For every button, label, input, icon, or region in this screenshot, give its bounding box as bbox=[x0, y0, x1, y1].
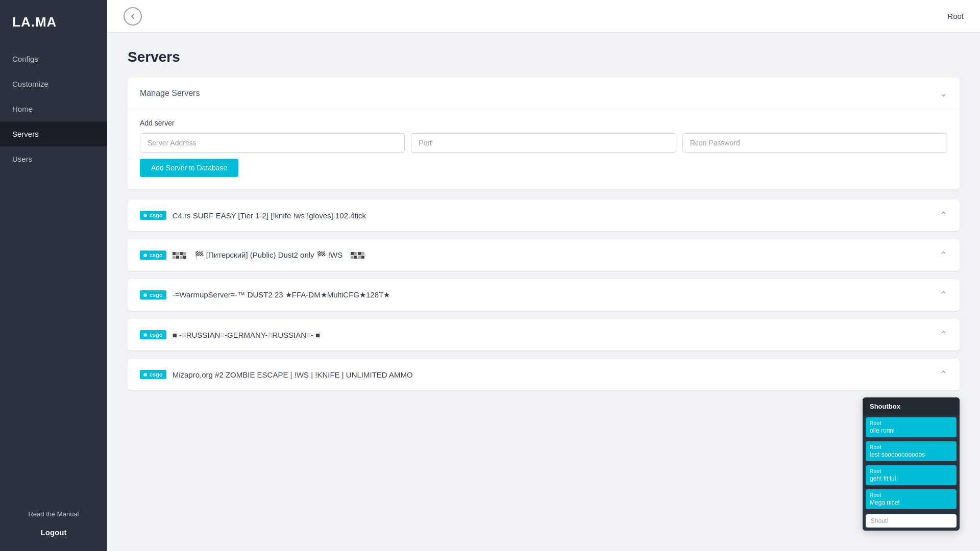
flag-icon-2 bbox=[173, 252, 186, 259]
server-name-4: ■ -=RUSSIAN=-GERMANY-=RUSSIAN=- ■ bbox=[173, 331, 320, 339]
server-name-2: 🏁 [Питерский] (Public) Dust2 only 🏁 !WS bbox=[194, 251, 343, 260]
server-info-1: csgo C4.rs SURF EASY [Tier 1-2] [!knife … bbox=[140, 211, 366, 220]
shoutbox-msg-user-0: Root bbox=[870, 420, 952, 426]
badge-dot-2 bbox=[143, 254, 147, 257]
shoutbox-msg-text-1: test sooooooooooos bbox=[870, 451, 952, 458]
csgo-badge-1: csgo bbox=[140, 211, 166, 220]
csgo-badge-3: csgo bbox=[140, 290, 166, 299]
sidebar-nav: Configs Customize Home Servers Users bbox=[0, 46, 107, 500]
server-card-5: csgo Mizapro.org #2 ZOMBIE ESCAPE | !WS … bbox=[128, 359, 960, 390]
content-area: Servers Manage Servers ⌄ Add server Add … bbox=[107, 33, 980, 551]
shoutbox-msg-text-3: Mega nice! bbox=[870, 499, 952, 506]
server-info-3: csgo -=WarmupServer=-™ DUST2 23 ★FFA-DM★… bbox=[140, 290, 390, 299]
chevron-up-icon-5: ⌃ bbox=[940, 369, 947, 380]
shoutbox-msg-user-2: Root bbox=[870, 468, 952, 474]
shoutbox-header: Shoutbox bbox=[863, 397, 960, 415]
manage-servers-card: Manage Servers ⌄ Add server Add Server t… bbox=[128, 78, 960, 189]
app-logo: LA.MA bbox=[0, 0, 107, 46]
server-card-header-3[interactable]: csgo -=WarmupServer=-™ DUST2 23 ★FFA-DM★… bbox=[128, 279, 960, 311]
server-card-2: csgo 🏁 [Пи bbox=[128, 239, 960, 271]
shoutbox-input[interactable] bbox=[866, 514, 957, 528]
csgo-badge-5: csgo bbox=[140, 370, 166, 379]
csgo-badge-2: csgo bbox=[140, 251, 166, 260]
read-manual-link[interactable]: Read the Manual bbox=[12, 510, 95, 518]
shoutbox-msg-text-0: olle ronni bbox=[870, 427, 952, 434]
sidebar-item-servers[interactable]: Servers bbox=[0, 121, 107, 146]
logout-button[interactable]: Logout bbox=[12, 524, 95, 541]
shoutbox-msg-2: Root geht fit lul bbox=[866, 465, 957, 485]
shoutbox-msg-1: Root test sooooooooooos bbox=[866, 441, 957, 461]
server-name-5: Mizapro.org #2 ZOMBIE ESCAPE | !WS | !KN… bbox=[173, 370, 413, 379]
topbar: Root bbox=[107, 0, 980, 33]
manage-servers-title: Manage Servers bbox=[140, 89, 200, 98]
sidebar-item-configs[interactable]: Configs bbox=[0, 46, 107, 71]
badge-dot-5 bbox=[143, 373, 147, 377]
server-info-4: csgo ■ -=RUSSIAN=-GERMANY-=RUSSIAN=- ■ bbox=[140, 330, 320, 339]
server-card-4: csgo ■ -=RUSSIAN=-GERMANY-=RUSSIAN=- ■ ⌃ bbox=[128, 319, 960, 350]
shoutbox-msg-user-3: Root bbox=[870, 492, 952, 498]
badge-dot-1 bbox=[143, 214, 147, 217]
chevron-up-icon-3: ⌃ bbox=[940, 289, 947, 300]
shoutbox-input-row bbox=[863, 511, 960, 531]
badge-dot-3 bbox=[143, 293, 147, 297]
server-card-header-4[interactable]: csgo ■ -=RUSSIAN=-GERMANY-=RUSSIAN=- ■ ⌃ bbox=[128, 319, 960, 350]
badge-dot-4 bbox=[143, 333, 147, 337]
chevron-up-icon-2: ⌃ bbox=[940, 249, 947, 261]
flag-icon-2b bbox=[351, 252, 364, 259]
rcon-password-input[interactable] bbox=[682, 133, 947, 153]
chevron-up-icon-4: ⌃ bbox=[940, 329, 947, 340]
shoutbox-msg-0: Root olle ronni bbox=[866, 417, 957, 437]
csgo-badge-4: csgo bbox=[140, 330, 166, 339]
chevron-up-icon-1: ⌃ bbox=[940, 210, 947, 221]
chevron-down-icon: ⌄ bbox=[940, 88, 947, 99]
topbar-user: Root bbox=[947, 12, 964, 20]
manage-servers-body: Add server Add Server to Database bbox=[128, 109, 960, 189]
shoutbox: Shoutbox Root olle ronni Root test soooo… bbox=[863, 397, 960, 531]
add-server-button[interactable]: Add Server to Database bbox=[140, 159, 238, 177]
shoutbox-messages: Root olle ronni Root test sooooooooooos … bbox=[863, 415, 960, 511]
add-server-form-row bbox=[140, 133, 947, 153]
server-card-header-2[interactable]: csgo 🏁 [Пи bbox=[128, 239, 960, 271]
server-address-input[interactable] bbox=[140, 133, 405, 153]
shoutbox-msg-3: Root Mega nice! bbox=[866, 489, 957, 509]
add-server-label: Add server bbox=[140, 110, 947, 133]
server-info-5: csgo Mizapro.org #2 ZOMBIE ESCAPE | !WS … bbox=[140, 370, 413, 379]
server-name-3: -=WarmupServer=-™ DUST2 23 ★FFA-DM★Multi… bbox=[173, 290, 390, 299]
sidebar-item-users[interactable]: Users bbox=[0, 146, 107, 171]
sidebar-bottom: Read the Manual Logout bbox=[0, 500, 107, 551]
server-info-2: csgo 🏁 [Пи bbox=[140, 251, 364, 260]
server-card-header-1[interactable]: csgo C4.rs SURF EASY [Tier 1-2] [!knife … bbox=[128, 199, 960, 231]
server-card-header-5[interactable]: csgo Mizapro.org #2 ZOMBIE ESCAPE | !WS … bbox=[128, 359, 960, 390]
back-button[interactable] bbox=[124, 7, 142, 26]
server-card-1: csgo C4.rs SURF EASY [Tier 1-2] [!knife … bbox=[128, 199, 960, 231]
sidebar: LA.MA Configs Customize Home Servers Use… bbox=[0, 0, 107, 551]
port-input[interactable] bbox=[411, 133, 676, 153]
server-name-1: C4.rs SURF EASY [Tier 1-2] [!knife !ws !… bbox=[173, 211, 366, 220]
shoutbox-msg-text-2: geht fit lul bbox=[870, 475, 952, 482]
manage-servers-header[interactable]: Manage Servers ⌄ bbox=[128, 78, 960, 109]
sidebar-item-customize[interactable]: Customize bbox=[0, 71, 107, 96]
page-title: Servers bbox=[128, 49, 960, 65]
shoutbox-msg-user-1: Root bbox=[870, 444, 952, 450]
sidebar-item-home[interactable]: Home bbox=[0, 96, 107, 121]
main-content: Root Servers Manage Servers ⌄ Add server… bbox=[107, 0, 980, 551]
server-card-3: csgo -=WarmupServer=-™ DUST2 23 ★FFA-DM★… bbox=[128, 279, 960, 311]
